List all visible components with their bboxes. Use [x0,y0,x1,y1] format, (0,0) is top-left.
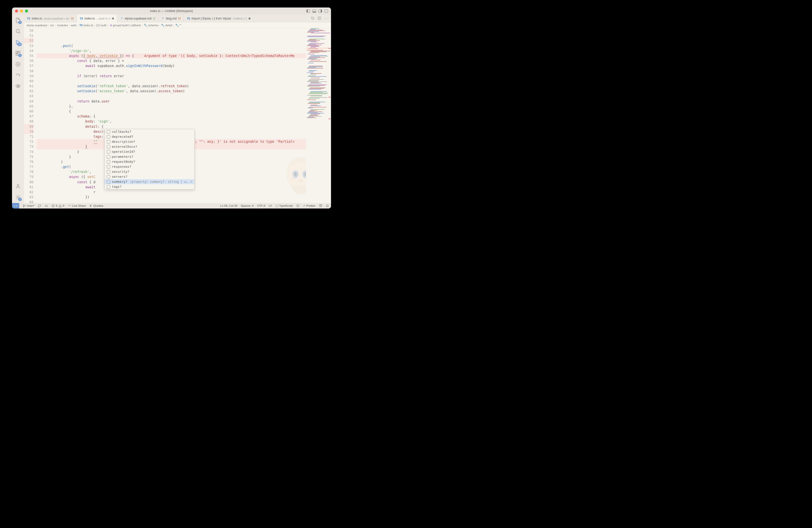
scm-badge: 28 [17,43,22,46]
overview-ruler[interactable] [328,28,331,203]
code-line[interactable]: detail: { [37,124,306,129]
property-icon [107,165,110,168]
editor-tab[interactable]: blog.mdM [159,15,184,23]
r-icon[interactable] [15,83,21,89]
encoding[interactable]: UTF-8 [257,204,265,207]
code-line[interactable]: .post( [37,43,306,48]
autocomplete-item[interactable]: description? [105,139,194,144]
split-editor-icon[interactable] [318,16,321,21]
autocomplete-item[interactable]: servers? [105,174,194,179]
autocomplete-label: externalDocs? [112,144,137,149]
account-icon[interactable] [15,183,21,190]
autocomplete-item[interactable]: parameters? [105,154,194,159]
code-line[interactable]: { [37,109,306,114]
editor[interactable]: 5051525354555657585960616263646566676869… [24,28,331,203]
close-window-button[interactable] [15,10,18,13]
code-line[interactable] [37,93,306,99]
code-line[interactable] [37,78,306,84]
code-line[interactable]: '/sign-in', [37,48,306,53]
autocomplete-item[interactable]: security? [105,169,194,174]
autocomplete-item[interactable]: externalDocs? [105,144,194,149]
explorer-icon[interactable]: 2 [15,17,21,24]
autocomplete-item[interactable]: summary?(property) summary?: string | u…… [105,179,194,184]
cloud-button[interactable] [44,204,48,207]
code-line[interactable] [37,69,306,73]
chevron-right-icon[interactable]: > [190,179,192,184]
breadcrumb-item[interactable]: 🔧detail [161,24,172,27]
breadcrumb-item[interactable]: TSindex.ts [79,24,93,27]
indentation[interactable]: Spaces: 4 [241,204,253,207]
traffic-lights [12,10,28,13]
code-line[interactable]: }) [37,194,306,200]
property-icon [107,155,110,159]
quokka-status[interactable]: Quokka [89,204,103,207]
code-line[interactable]: r [37,190,306,194]
prettier-status[interactable]: ✓ Prettier [303,204,316,207]
format-icon[interactable] [319,204,322,208]
source-control-icon[interactable]: 28 [15,39,21,45]
sync-button[interactable] [38,204,41,207]
breadcrumbs[interactable]: elysia-supabase›src›modules›auth›TSindex… [24,23,331,28]
autocomplete-item[interactable]: deprecated? [105,134,194,139]
share-icon[interactable] [15,72,21,78]
code-line[interactable]: const { data, error } = [37,58,306,63]
breadcrumb-item[interactable]: elysia-supabase [27,24,47,27]
toggle-secondary-sidebar-icon[interactable] [319,10,322,13]
editor-tab[interactable]: elysia-supabase.mdU [117,15,158,23]
code-line[interactable]: await supabase.auth.signInWithPassword(b… [37,63,306,68]
property-icon [107,180,110,184]
breadcrumb-item[interactable]: 🔧schema [144,24,158,27]
autocomplete-popup[interactable]: callbacks?deprecated?description?externa… [104,129,194,190]
live-share[interactable]: Live Share [68,204,86,207]
vscode-window: index.ts — Untitled (Workspace) 2 28 [12,8,331,208]
run-debug-icon[interactable] [15,61,21,68]
minimize-window-button[interactable] [20,10,23,13]
compare-changes-icon[interactable] [311,16,315,21]
code-line[interactable]: async ({ body, setCookie }) => { Argumen… [37,53,306,58]
breadcrumb-item[interactable]: ⊕group('/auth') callback [110,24,141,27]
breadcrumb-item[interactable]: auth [71,24,76,27]
settings-icon[interactable]: 1 [15,194,21,201]
code-line[interactable]: if (error) return error [37,73,306,78]
eol[interactable]: LF [269,204,272,207]
code-line[interactable]: return data.user [37,99,306,104]
autocomplete-item[interactable]: tags? [105,184,194,189]
breadcrumb-item[interactable]: src [50,24,54,27]
code-line[interactable]: schema: { [37,114,306,119]
breadcrumb-item[interactable]: 🔧"" [175,24,182,27]
autocomplete-item[interactable]: responses? [105,164,194,169]
more-actions-icon[interactable]: ··· [324,16,329,21]
breadcrumb-item[interactable]: [⊙]auth [96,24,107,27]
autocomplete-item[interactable]: callbacks? [105,129,194,134]
editor-tab[interactable]: TSindex.tselysia-supabase • srcM [24,15,77,23]
markdown-icon [120,17,123,20]
extensions-icon[interactable]: 1 [15,50,21,57]
svg-rect-4 [16,51,18,53]
code-line[interactable]: setCookie('refresh_token', data.session!… [37,84,306,88]
code-line[interactable] [37,200,306,203]
customize-layout-icon[interactable] [324,10,328,13]
code-line[interactable]: setCookie('access_token', data.session!.… [37,88,306,93]
property-icon [107,140,110,144]
cursor-position[interactable]: Ln 69, Col 34 [220,204,237,207]
notifications-icon[interactable] [326,204,329,208]
remote-indicator[interactable] [12,203,19,208]
maximize-window-button[interactable] [25,10,28,13]
autocomplete-item[interactable]: operationId? [105,149,194,154]
svg-point-11 [311,17,312,17]
problems-count[interactable]: 6 0 [52,204,64,207]
breadcrumb-item[interactable]: modules [57,24,68,27]
toggle-panel-icon[interactable] [313,10,316,13]
toggle-primary-sidebar-icon[interactable] [306,10,310,13]
code-line[interactable]: body: 'sign', [37,119,306,124]
autocomplete-item[interactable]: requestBody? [105,159,194,164]
editor-tab[interactable]: TSimport { Elysia, t } from 'elysia'Unti… [184,15,253,23]
minimap[interactable] [306,28,331,203]
language-mode[interactable]: { } TypeScript [276,204,293,207]
code-line[interactable]: }, [37,104,306,109]
property-icon [107,130,110,133]
feedback-icon[interactable] [296,204,300,208]
search-icon[interactable] [15,28,21,34]
code-content[interactable]: .post( '/sign-in', async ({ body, setCoo… [37,28,306,203]
editor-tab[interactable]: TSindex.ts.../auth 4, U [77,15,117,23]
